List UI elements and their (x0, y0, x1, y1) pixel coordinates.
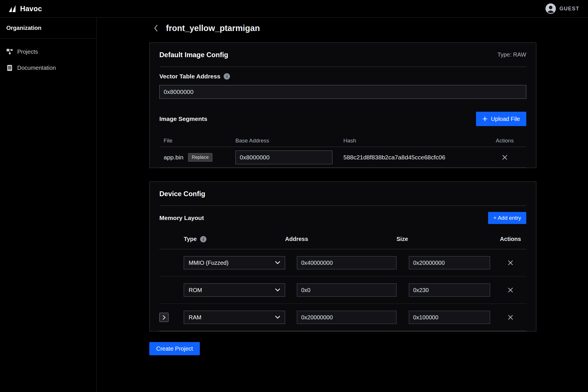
user-avatar-icon (546, 3, 556, 14)
remove-segment-button[interactable] (501, 153, 509, 161)
col-header-base-address: Base Address (235, 138, 343, 144)
memory-type-select[interactable]: ROM (184, 283, 285, 297)
upload-file-button[interactable]: Upload File (476, 112, 526, 126)
close-icon (508, 287, 513, 293)
segment-table-row: app.bin Replace 588c21d8f838b2ca7a8d45cc… (159, 147, 526, 168)
memory-address-input[interactable] (297, 283, 396, 297)
havoc-logo-icon (9, 5, 17, 12)
brand-home-link[interactable]: Havoc (9, 5, 42, 13)
col-header-address: Address (285, 236, 396, 242)
image-type-text: Type: RAW (498, 51, 526, 58)
memory-type-value: ROM (189, 287, 202, 293)
sidebar-item-label: Projects (17, 49, 38, 55)
device-config-title: Device Config (159, 190, 205, 198)
col-header-file: File (164, 138, 235, 144)
image-config-header: Default Image Config Type: RAW (159, 43, 526, 67)
info-icon[interactable]: i (200, 236, 206, 242)
memory-layout-title: Memory Layout (159, 215, 204, 221)
sidebar-item-documentation[interactable]: Documentation (0, 62, 96, 74)
info-icon[interactable]: i (224, 73, 230, 80)
sidebar: Organization Projects Documentation (0, 18, 97, 392)
documentation-book-icon (6, 65, 13, 71)
memory-size-input[interactable] (409, 283, 490, 297)
sidebar-item-projects[interactable]: Projects (0, 46, 96, 57)
col-header-actions: Actions (495, 236, 526, 242)
memory-type-value: RAM (189, 314, 201, 321)
image-config-title: Default Image Config (159, 51, 228, 59)
memory-address-input[interactable] (297, 256, 396, 269)
add-entry-button[interactable]: + Add entry (488, 212, 526, 224)
chevron-down-icon (275, 288, 280, 292)
close-icon (508, 260, 513, 266)
memory-type-select[interactable]: RAM (184, 311, 285, 324)
top-bar: Havoc GUEST (0, 0, 588, 18)
remove-memory-row-button[interactable] (506, 286, 514, 294)
remove-memory-row-button[interactable] (506, 313, 514, 321)
user-menu[interactable]: GUEST (546, 3, 579, 14)
upload-file-label: Upload File (491, 116, 520, 122)
segment-base-address-input[interactable] (235, 150, 332, 164)
remove-memory-row-button[interactable] (506, 259, 514, 267)
main-content: front_yellow_ptarmigan Default Image Con… (97, 18, 588, 392)
default-image-config-card: Default Image Config Type: RAW Vector Ta… (149, 43, 536, 168)
col-header-hash: Hash (343, 138, 483, 144)
memory-type-select[interactable]: MMIO (Fuzzed) (184, 256, 285, 269)
page-header: front_yellow_ptarmigan (149, 22, 536, 35)
create-project-button[interactable]: Create Project (149, 342, 200, 355)
vector-table-address-input[interactable] (159, 85, 526, 99)
memory-address-input[interactable] (297, 311, 396, 324)
col-header-size: Size (396, 236, 490, 242)
memory-table-row: MMIO (Fuzzed) (159, 249, 526, 277)
memory-type-value: MMIO (Fuzzed) (189, 260, 229, 266)
brand-name: Havoc (20, 5, 42, 13)
segments-table-header: File Base Address Hash Actions (159, 135, 526, 147)
sidebar-heading: Organization (0, 18, 96, 38)
device-config-header: Device Config (159, 182, 526, 206)
user-label: GUEST (559, 6, 579, 12)
expand-row-button[interactable] (159, 313, 169, 322)
memory-layout-row: Memory Layout + Add entry (159, 212, 526, 224)
back-button[interactable] (152, 24, 160, 32)
replace-button[interactable]: Replace (188, 153, 212, 162)
chevron-right-icon (163, 315, 166, 320)
chevron-left-icon (154, 24, 158, 32)
projects-flow-icon (6, 49, 13, 55)
memory-size-input[interactable] (409, 311, 490, 324)
page-title: front_yellow_ptarmigan (166, 24, 260, 33)
memory-table-row: ROM (159, 277, 526, 304)
close-icon (502, 155, 508, 160)
segment-hash: 588c21d8f838b2ca7a8d45cce68cfc06 (343, 154, 483, 161)
close-icon (508, 314, 513, 320)
memory-table-row: RAM (159, 304, 526, 331)
chevron-down-icon (275, 261, 280, 264)
image-segments-title: Image Segments (159, 115, 207, 122)
image-segments-row: Image Segments Upload File (159, 112, 526, 126)
vector-table-label-row: Vector Table Address i (159, 73, 526, 80)
col-header-type: Type (184, 236, 197, 242)
vector-table-label: Vector Table Address (159, 73, 220, 80)
memory-table-header: Type i Address Size Actions (159, 229, 526, 249)
memory-size-input[interactable] (409, 256, 490, 269)
plus-icon (482, 116, 488, 121)
col-header-actions: Actions (483, 138, 526, 144)
device-config-card: Device Config Memory Layout + Add entry … (149, 181, 536, 331)
sidebar-item-label: Documentation (17, 65, 56, 71)
sidebar-nav: Projects Documentation (0, 38, 96, 74)
segment-file-name: app.bin (164, 154, 183, 161)
chevron-down-icon (275, 316, 280, 319)
